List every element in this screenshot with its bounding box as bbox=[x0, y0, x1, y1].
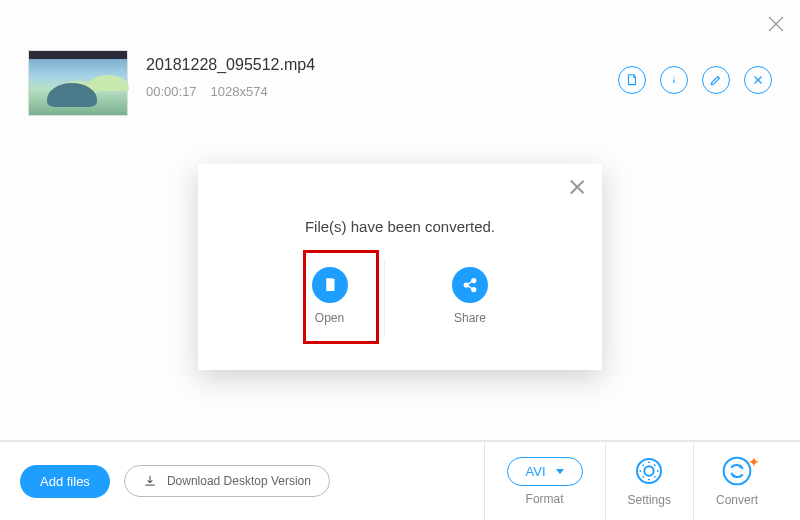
add-files-button[interactable]: Add files bbox=[20, 465, 110, 498]
share-label: Share bbox=[454, 311, 486, 325]
download-desktop-button[interactable]: Download Desktop Version bbox=[124, 465, 330, 497]
svg-point-7 bbox=[332, 279, 334, 281]
chevron-down-icon bbox=[556, 469, 564, 474]
svg-point-6 bbox=[724, 458, 751, 485]
share-action[interactable]: Share bbox=[415, 259, 525, 335]
convert-button[interactable]: ✦ Convert bbox=[693, 442, 780, 520]
sparkle-icon: ✦ bbox=[748, 454, 760, 470]
share-icon bbox=[452, 267, 488, 303]
info-icon[interactable] bbox=[660, 66, 688, 94]
open-action[interactable]: Open bbox=[275, 259, 385, 335]
file-info: 20181228_095512.mp4 00:00:17 1028x574 bbox=[146, 50, 600, 99]
gear-icon bbox=[633, 455, 665, 487]
file-duration: 00:00:17 bbox=[146, 84, 197, 99]
svg-line-12 bbox=[468, 286, 473, 289]
remove-icon[interactable] bbox=[744, 66, 772, 94]
edit-icon[interactable] bbox=[702, 66, 730, 94]
file-thumbnail[interactable] bbox=[28, 50, 128, 116]
settings-control[interactable]: Settings bbox=[605, 442, 693, 520]
bottom-toolbar: Add files Download Desktop Version AVI F… bbox=[0, 440, 800, 520]
file-row: 20181228_095512.mp4 00:00:17 1028x574 bbox=[0, 0, 800, 136]
open-folder-icon bbox=[312, 267, 348, 303]
settings-label: Settings bbox=[628, 493, 671, 507]
format-control: AVI Format bbox=[484, 442, 605, 520]
dialog-message: File(s) have been converted. bbox=[198, 218, 602, 235]
convert-label: Convert bbox=[716, 493, 758, 507]
file-name: 20181228_095512.mp4 bbox=[146, 56, 600, 74]
file-dimensions: 1028x574 bbox=[211, 84, 268, 99]
open-label: Open bbox=[315, 311, 344, 325]
svg-line-11 bbox=[468, 281, 473, 284]
download-icon bbox=[143, 474, 157, 488]
svg-point-5 bbox=[645, 466, 654, 475]
download-desktop-label: Download Desktop Version bbox=[167, 474, 311, 488]
conversion-complete-dialog: File(s) have been converted. Open Share bbox=[198, 164, 602, 370]
format-value: AVI bbox=[526, 464, 546, 479]
format-label: Format bbox=[526, 492, 564, 506]
format-select[interactable]: AVI bbox=[507, 457, 583, 486]
file-actions bbox=[618, 50, 772, 94]
folder-icon[interactable] bbox=[618, 66, 646, 94]
close-icon[interactable] bbox=[766, 14, 786, 34]
dialog-close-icon[interactable] bbox=[568, 178, 586, 196]
